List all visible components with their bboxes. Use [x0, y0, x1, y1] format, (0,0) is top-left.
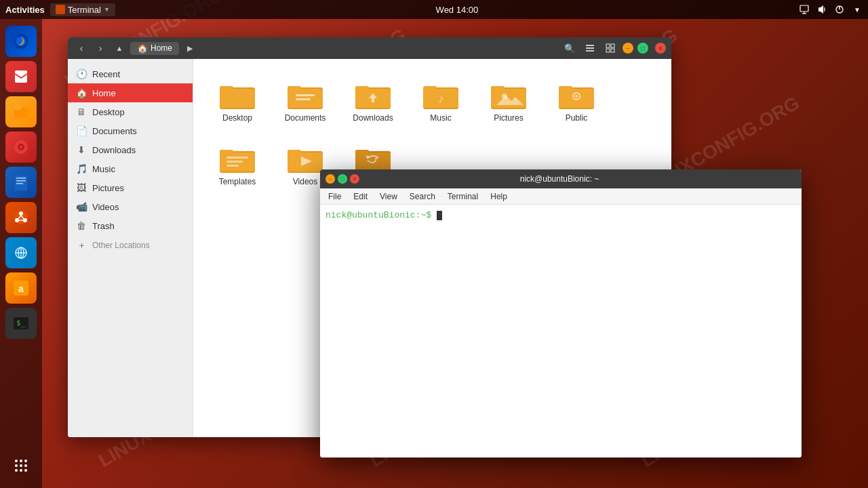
terminal-taskbar-item[interactable]: Terminal ▼ — [50, 3, 115, 16]
folder-videos-label: Videos — [293, 177, 317, 188]
activities-button[interactable]: Activities — [5, 5, 45, 15]
svg-rect-1 — [800, 5, 808, 12]
sidebar-item-home[interactable]: 🏠 Home — [68, 83, 193, 102]
svg-point-35 — [15, 460, 18, 462]
grid-view-button[interactable] — [602, 40, 618, 56]
minimize-button[interactable]: − — [623, 43, 633, 54]
nav-forward-button[interactable]: › — [92, 40, 108, 56]
terminal-close-button[interactable]: × — [350, 174, 359, 184]
dock-apps-grid[interactable] — [5, 450, 37, 481]
svg-rect-11 — [14, 106, 21, 110]
topbar: Activities Terminal ▼ Wed 14:00 ▼ — [0, 0, 868, 19]
terminal-body[interactable]: nick@ubuntuBionic:~$ — [320, 205, 802, 458]
volume-icon[interactable] — [816, 4, 827, 15]
search-button[interactable]: 🔍 — [561, 40, 578, 56]
power-icon[interactable] — [834, 4, 845, 15]
sidebar-label-documents: Documents — [92, 126, 137, 136]
terminal-menu-terminal[interactable]: Terminal — [442, 188, 484, 204]
maximize-button[interactable]: □ — [637, 43, 648, 54]
sidebar-label-recent: Recent — [92, 69, 120, 79]
terminal-menu-view[interactable]: View — [374, 188, 403, 204]
dock-item-firefox[interactable] — [5, 26, 37, 57]
dock-item-network[interactable] — [5, 237, 37, 268]
dock-item-speaker[interactable] — [5, 131, 37, 163]
nav-back-button[interactable]: ‹ — [73, 40, 90, 56]
sidebar-label-pictures: Pictures — [92, 183, 124, 193]
folder-templates[interactable]: Templates — [207, 136, 268, 193]
topbar-dropdown-icon[interactable]: ▼ — [852, 4, 863, 15]
sidebar-item-videos[interactable]: 📹 Videos — [68, 197, 193, 216]
nav-location-arrow[interactable]: ▶ — [182, 40, 198, 56]
svg-text:a: a — [18, 283, 24, 294]
nav-up-button[interactable]: ▲ — [111, 40, 127, 56]
location-bar[interactable]: 🏠 Home — [130, 42, 179, 55]
terminal-window-buttons: − □ × — [326, 174, 359, 184]
svg-rect-50 — [611, 49, 614, 52]
sidebar-item-downloads[interactable]: ⬇ Downloads — [68, 140, 193, 159]
terminal-menu-file[interactable]: File — [323, 188, 347, 204]
folder-public[interactable]: Public — [546, 73, 607, 129]
terminal-menu-help[interactable]: Help — [485, 188, 513, 204]
dock-item-writer[interactable] — [5, 167, 37, 198]
sidebar-item-pictures[interactable]: 🖼 Pictures — [68, 178, 193, 197]
folder-desktop[interactable]: Desktop — [207, 73, 268, 129]
svg-point-42 — [20, 469, 22, 472]
svg-rect-58 — [296, 98, 311, 100]
list-view-button[interactable] — [582, 40, 598, 56]
screen-icon[interactable] — [799, 4, 810, 15]
svg-rect-44 — [586, 45, 594, 46]
home-icon: 🏠 — [137, 43, 148, 54]
svg-rect-53 — [220, 89, 255, 108]
svg-point-43 — [24, 469, 27, 472]
dock-item-ubuntu-software[interactable] — [5, 202, 37, 233]
folder-documents[interactable]: Documents — [275, 73, 336, 129]
svg-point-37 — [24, 460, 27, 462]
folder-documents-label: Documents — [285, 113, 326, 124]
folder-downloads[interactable]: Downloads — [342, 73, 403, 129]
svg-rect-9 — [15, 70, 27, 83]
terminal-menu-search[interactable]: Search — [404, 188, 441, 204]
pictures-icon: 🖼 — [76, 182, 87, 193]
topbar-clock: Wed 14:00 — [436, 5, 479, 15]
sidebar-label-trash: Trash — [92, 221, 115, 231]
terminal-maximize-button[interactable]: □ — [338, 174, 347, 184]
svg-point-20 — [19, 211, 23, 216]
terminal-taskbar-arrow: ▼ — [104, 6, 110, 13]
file-manager-titlebar: ‹ › ▲ 🏠 Home ▶ 🔍 − □ × — [68, 37, 671, 59]
sidebar-item-desktop[interactable]: 🖥 Desktop — [68, 102, 193, 121]
folder-pictures[interactable]: Pictures — [478, 73, 539, 129]
folder-music-label: Music — [430, 113, 451, 124]
trash-icon: 🗑 — [76, 220, 87, 231]
svg-text:$_: $_ — [16, 319, 26, 327]
sidebar-item-other-locations[interactable]: ＋ Other Locations — [68, 235, 193, 256]
terminal-menu-edit[interactable]: Edit — [348, 188, 373, 204]
svg-point-39 — [20, 464, 22, 467]
folder-videos-icon — [286, 142, 324, 174]
terminal-taskbar-label: Terminal — [68, 5, 101, 15]
folder-desktop-label: Desktop — [222, 113, 252, 124]
terminal-minimize-button[interactable]: − — [326, 174, 335, 184]
svg-rect-81 — [226, 161, 243, 163]
topbar-left: Activities Terminal ▼ — [0, 3, 115, 16]
svg-rect-45 — [586, 47, 594, 49]
dock-item-terminal-app[interactable]: $_ — [5, 308, 37, 339]
videos-icon: 📹 — [76, 201, 87, 212]
sidebar-item-recent[interactable]: 🕐 Recent — [68, 64, 193, 83]
sidebar-item-trash[interactable]: 🗑 Trash — [68, 216, 193, 235]
dock-item-amazon[interactable]: a — [5, 272, 37, 304]
svg-rect-46 — [586, 50, 594, 52]
home-sidebar-icon: 🏠 — [76, 87, 87, 98]
dock-item-notes[interactable] — [5, 61, 37, 92]
sidebar-item-documents[interactable]: 📄 Documents — [68, 121, 193, 140]
dock-item-files[interactable] — [5, 96, 37, 127]
location-text: Home — [151, 43, 172, 53]
close-button[interactable]: × — [655, 43, 666, 54]
documents-icon: 📄 — [76, 125, 87, 136]
dock: a $_ — [0, 19, 42, 488]
sidebar-item-music[interactable]: 🎵 Music — [68, 159, 193, 178]
sidebar-label-videos: Videos — [92, 202, 119, 212]
svg-rect-49 — [606, 49, 610, 52]
terminal-cursor — [437, 211, 442, 220]
folder-music[interactable]: ♪ Music — [410, 73, 471, 129]
folder-pictures-label: Pictures — [494, 113, 523, 124]
